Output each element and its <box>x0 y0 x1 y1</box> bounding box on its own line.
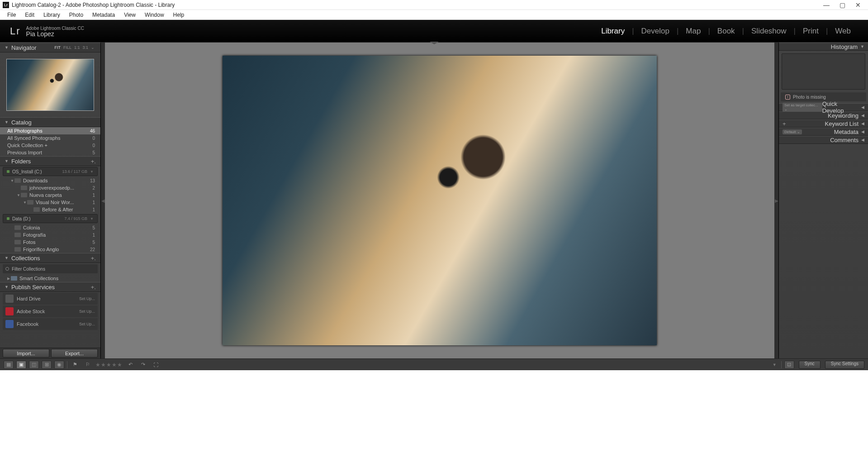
import-button[interactable]: Import... <box>3 349 49 358</box>
catalog-item[interactable]: Previous Import5 <box>0 149 100 156</box>
catalog-header[interactable]: ▼ Catalog <box>0 117 100 127</box>
module-map[interactable]: Map <box>678 27 708 36</box>
module-web[interactable]: Web <box>828 27 858 36</box>
catalog-item[interactable]: All Synced Photographs0 <box>0 134 100 142</box>
folder-item[interactable]: Colonia5 <box>0 224 100 231</box>
panel-quick-develop[interactable]: Set as target collec... ⌄Quick Develop◀ <box>779 103 868 111</box>
sync-button[interactable]: Sync <box>799 361 821 369</box>
publish-service-item[interactable]: FacebookSet Up... <box>3 318 98 330</box>
folders-title: Folders <box>11 158 31 165</box>
top-panel-expand-icon[interactable] <box>430 42 439 44</box>
menu-window[interactable]: Window <box>140 12 169 18</box>
panel-metadata[interactable]: Default ⌄Metadata◀ <box>779 128 868 136</box>
volume-row[interactable]: Data (D:)7.4 / 915 GB▼ <box>3 214 98 223</box>
publish-service-item[interactable]: Adobe StockSet Up... <box>3 305 98 317</box>
catalog-item[interactable]: Quick Collection +0 <box>0 142 100 149</box>
minimize-button[interactable]: — <box>823 1 830 9</box>
toolbar-dropdown[interactable]: ▼ <box>773 363 777 367</box>
menu-edit[interactable]: Edit <box>20 12 39 18</box>
filter-collections-input[interactable]: Filter Collections <box>3 264 98 273</box>
survey-view-button[interactable]: ⊞ <box>42 361 52 369</box>
main-canvas[interactable] <box>105 43 774 358</box>
window-titlebar: Lr Lightroom Catalog-2 - Adobe Photoshop… <box>0 0 868 10</box>
zoom-fit[interactable]: FIT <box>54 45 61 50</box>
histogram-header[interactable]: Histogram ▼ <box>779 43 868 51</box>
zoom-3:1[interactable]: 3:1 <box>82 45 88 50</box>
loupe-view-button[interactable]: ▣ <box>16 361 26 369</box>
menu-library[interactable]: Library <box>39 12 65 18</box>
folder-item[interactable]: ▼Downloads13 <box>0 177 100 184</box>
panel-preset-dropdown[interactable]: Set as target collec... ⌄ <box>783 103 822 112</box>
flag-reject-button[interactable]: ⚐ <box>83 361 93 369</box>
module-slideshow[interactable]: Slideshow <box>744 27 794 36</box>
setup-link[interactable]: Set Up... <box>79 309 95 314</box>
module-develop[interactable]: Develop <box>634 27 677 36</box>
navigator-zoom-options[interactable]: FITFILL1:13:1⌄ <box>53 45 96 50</box>
folders-header[interactable]: ▼ Folders +. <box>0 156 100 166</box>
menu-metadata[interactable]: Metadata <box>88 12 119 18</box>
rotate-ccw-button[interactable]: ↶ <box>125 361 135 369</box>
crop-frame-button[interactable]: ⛶ <box>151 361 161 369</box>
compare-view-button[interactable]: ◫ <box>29 361 39 369</box>
folder-item[interactable]: Before & After1 <box>0 206 100 213</box>
collections-header[interactable]: ▼ Collections +. <box>0 253 100 263</box>
panel-preset-dropdown[interactable]: Default ⌄ <box>783 129 802 134</box>
maximize-button[interactable]: ▢ <box>840 1 845 9</box>
volume-menu-icon[interactable]: ▼ <box>90 170 94 174</box>
flag-pick-button[interactable]: ⚑ <box>70 361 80 369</box>
volume-menu-icon[interactable]: ▼ <box>90 217 94 221</box>
publish-header[interactable]: ▼ Publish Services +. <box>0 282 100 292</box>
panel-keyword-list[interactable]: +Keyword List◀ <box>779 119 868 128</box>
left-edge-expand[interactable]: ◀ <box>101 43 105 358</box>
service-icon <box>5 295 14 303</box>
add-collection-icon[interactable]: +. <box>91 255 96 262</box>
people-view-button[interactable]: ◉ <box>54 361 64 369</box>
panel-comments[interactable]: Comments◀ <box>779 136 868 144</box>
module-book[interactable]: Book <box>710 27 742 36</box>
sync-settings-button[interactable]: Sync Settings <box>825 361 864 369</box>
module-print[interactable]: Print <box>796 27 826 36</box>
zoom-dropdown-icon[interactable]: ⌄ <box>91 45 95 50</box>
navigator-title: Navigator <box>11 44 37 51</box>
expand-icon[interactable]: ▼ <box>10 179 14 183</box>
collapse-icon: ▼ <box>5 120 9 124</box>
zoom-fill[interactable]: FILL <box>63 45 71 50</box>
grid-view-button[interactable]: ▦ <box>4 361 14 369</box>
add-folder-icon[interactable]: +. <box>91 158 96 165</box>
sync-toggle-icon[interactable]: ⊡ <box>784 361 794 369</box>
smart-collections-item[interactable]: ▶ Smart Collections <box>0 275 100 282</box>
menu-file[interactable]: File <box>3 12 20 18</box>
expand-icon[interactable]: ▼ <box>16 193 21 197</box>
collapse-icon: ▼ <box>5 256 9 260</box>
navigator-thumbnail[interactable] <box>0 52 100 117</box>
rotate-cw-button[interactable]: ↷ <box>138 361 148 369</box>
module-library[interactable]: Library <box>594 27 632 36</box>
export-button[interactable]: Export... <box>51 349 98 358</box>
publish-service-item[interactable]: Hard DriveSet Up... <box>3 293 98 305</box>
close-button[interactable]: ✕ <box>855 1 861 9</box>
volume-row[interactable]: OS_Install (C:)13.6 / 117 GB▼ <box>3 167 98 176</box>
setup-link[interactable]: Set Up... <box>79 322 95 326</box>
menu-view[interactable]: View <box>119 12 140 18</box>
folder-item[interactable]: Fotografía1 <box>0 231 100 239</box>
collapse-icon: ▼ <box>5 45 9 50</box>
setup-link[interactable]: Set Up... <box>79 296 95 301</box>
add-publish-icon[interactable]: +. <box>91 284 96 291</box>
folder-item[interactable]: Fotos5 <box>0 239 100 246</box>
lightroom-logo: Lr <box>10 25 21 37</box>
folder-item[interactable]: ▼Visual Noir Wor...1 <box>0 199 100 206</box>
menu-photo[interactable]: Photo <box>65 12 88 18</box>
folder-item[interactable]: johnoverexposedp...2 <box>0 184 100 191</box>
add-icon[interactable]: + <box>783 120 786 127</box>
rating-stars[interactable]: ★★★★★ <box>95 362 123 368</box>
menu-help[interactable]: Help <box>169 12 189 18</box>
navigator-header[interactable]: ▼ Navigator FITFILL1:13:1⌄ <box>0 43 100 52</box>
catalog-item[interactable]: All Photographs46 <box>0 127 100 134</box>
folder-item[interactable]: Frigorífico Anglo22 <box>0 246 100 253</box>
import-export-bar: Import... Export... <box>0 348 100 358</box>
folder-item[interactable]: ▼Nueva carpeta1 <box>0 191 100 199</box>
expand-icon: ◀ <box>861 129 864 134</box>
zoom-1:1[interactable]: 1:1 <box>74 45 80 50</box>
right-edge-expand[interactable]: ▶ <box>774 43 778 358</box>
expand-icon[interactable]: ▼ <box>23 200 27 205</box>
